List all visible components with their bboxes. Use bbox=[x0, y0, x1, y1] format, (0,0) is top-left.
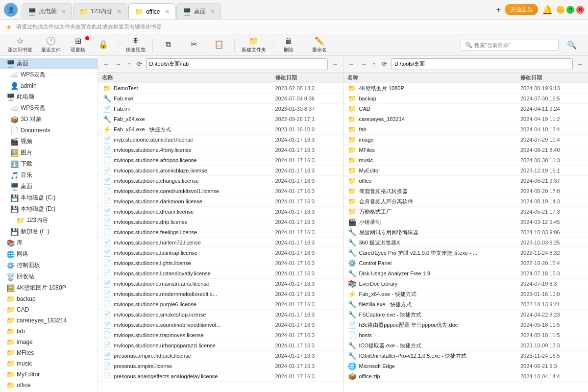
vip-button[interactable]: 开通会员 bbox=[505, 4, 538, 15]
sidebar-item-local-d[interactable]: 💾本地磁盘 (D:) bbox=[0, 203, 98, 215]
right-file-row[interactable]: 📁简鹿音频格式转换器2024-08-20 17:0 bbox=[343, 186, 588, 196]
left-back-button[interactable]: ← bbox=[101, 59, 111, 69]
left-file-row[interactable]: 📄mvloops.studioone.lights.license2024-01… bbox=[98, 258, 343, 269]
user-avatar[interactable]: 👤 bbox=[4, 3, 18, 17]
sidebar-item-video[interactable]: 🎬视频 bbox=[0, 136, 98, 147]
sidebar-item-pictures[interactable]: 🖼️图片 bbox=[0, 147, 98, 158]
cut-button[interactable]: ✂ bbox=[181, 39, 206, 51]
dual-pane-button[interactable]: ⊞ 双窗格 bbox=[66, 35, 90, 54]
sidebar-item-wallpaper[interactable]: 🖼️4K壁纸图片 1080P bbox=[0, 282, 98, 294]
sidebar-item-network[interactable]: 🌐网络 bbox=[0, 248, 98, 260]
sidebar-item-office[interactable]: 📁office bbox=[0, 380, 98, 391]
tab-close-tab1[interactable]: ✕ bbox=[62, 9, 66, 14]
sidebar-item-local-c[interactable]: 💾本地磁盘 (C:) bbox=[0, 192, 98, 203]
right-file-row[interactable]: 🔧易游网讯专用网络编辑器2024-10-03 9:06 bbox=[343, 227, 588, 238]
lock-button[interactable]: 🔒 bbox=[91, 39, 116, 51]
right-file-row[interactable]: 🔧ICO提取器.exe - 快捷方式2023-10-09 13:3 bbox=[343, 341, 588, 351]
right-file-row[interactable]: ⚙️Control Panel2022-10-20 15:4 bbox=[343, 258, 588, 269]
left-file-row[interactable]: ⚡Fab_x64.exe - 快捷方式2023-01-16 10:0 bbox=[98, 124, 343, 135]
left-file-row[interactable]: 🔧Fab.exe2024-07-04 8:36 bbox=[98, 94, 343, 104]
quick-preview-button[interactable]: 👁 快速预览 bbox=[122, 36, 149, 54]
right-refresh-button[interactable]: ⟳ bbox=[380, 59, 389, 69]
right-file-row[interactable]: 📁MFiles2024-08-21 8:40 bbox=[343, 145, 588, 155]
rename-button[interactable]: ✏️ 重命名 bbox=[307, 35, 332, 54]
sidebar-item-backup[interactable]: 📁backup bbox=[0, 294, 98, 304]
left-file-row[interactable]: 📄mvloops.studioone.drip.license2024-01-1… bbox=[98, 217, 343, 227]
sidebar-item-myeditor[interactable]: 📁MyEditor bbox=[0, 369, 98, 380]
right-file-row[interactable]: 📁万能格式工厂2024-05-21 17:3 bbox=[343, 207, 588, 217]
sidebar-item-this-pc[interactable]: 🖥️此电脑 bbox=[0, 91, 98, 102]
sidebar-item-cad[interactable]: 📁CAD bbox=[0, 304, 98, 315]
right-file-row[interactable]: 📁fab2024-04-10 13:4 bbox=[343, 124, 588, 135]
left-forward-button[interactable]: → bbox=[113, 59, 123, 69]
tab-tab1[interactable]: 🖥️此电脑✕ bbox=[22, 3, 72, 19]
right-file-row[interactable]: 📁music2024-08-30 11:3 bbox=[343, 155, 588, 166]
sidebar-item-careueyes[interactable]: 📁careueyes_183214 bbox=[0, 315, 98, 326]
left-file-row[interactable]: 📄mvloops.studioone.coredrumkitsvol1.lice… bbox=[98, 186, 343, 196]
sidebar-item-download[interactable]: ⬇️下载 bbox=[0, 158, 98, 170]
right-file-row[interactable]: 📁careueyes_1832142024-04-19 11:2 bbox=[343, 114, 588, 124]
right-file-row[interactable]: 📁金舟音频人声分离软件2024-08-19 14:3 bbox=[343, 196, 588, 207]
right-file-row[interactable]: 📁CAD2024-04-11 9:24 bbox=[343, 104, 588, 114]
left-address-input[interactable] bbox=[146, 58, 328, 70]
left-file-row[interactable]: 📄mvloops.studioone.trapmoves.license2024… bbox=[98, 330, 343, 341]
maximize-button[interactable]: □ bbox=[566, 6, 574, 14]
right-file-row[interactable]: 📁image2024-07-29 10:4 bbox=[343, 135, 588, 145]
right-file-row[interactable]: 🔧CareUEyes Pro 护眼 v2.1.9.0 中文便捷版.exe - .… bbox=[343, 248, 588, 258]
right-forward-button[interactable]: → bbox=[359, 59, 369, 69]
close-button[interactable]: ✕ bbox=[576, 6, 584, 14]
sidebar-item-recycle[interactable]: 🗑️回收站 bbox=[0, 271, 98, 282]
left-file-row[interactable]: 📄mvloops.studioone.4forty.license2024-01… bbox=[98, 145, 343, 155]
sidebar-item-image[interactable]: 📁image bbox=[0, 337, 98, 347]
right-file-row[interactable]: 📁backup2024-07-30 15:5 bbox=[343, 94, 588, 104]
right-file-row[interactable]: 📦office.zip2024-10-04 14:4 bbox=[343, 371, 588, 382]
left-file-row[interactable]: 📄mvloops.studioone.soundmobliveeditionvo… bbox=[98, 320, 343, 330]
left-file-row[interactable]: 📄mvloops.studioone.mainstreams.license20… bbox=[98, 279, 343, 289]
sidebar-item-123content[interactable]: 📁123内容 bbox=[0, 215, 98, 226]
sidebar-item-local-e[interactable]: 💾新加卷 (E:) bbox=[0, 226, 98, 237]
minimize-button[interactable]: — bbox=[557, 6, 564, 14]
sidebar-item-music[interactable]: 🎵音乐 bbox=[0, 170, 98, 181]
tab-tab4[interactable]: 🖥️桌面✕ bbox=[176, 3, 221, 19]
bell-icon[interactable]: 🔔 bbox=[542, 4, 553, 15]
copy-button[interactable]: ⧉ bbox=[156, 39, 180, 51]
right-up-button[interactable]: ↑ bbox=[371, 59, 378, 69]
tab-tab3[interactable]: 📁office✕ bbox=[128, 3, 175, 19]
right-file-row[interactable]: 🔧FSCapture.exe - 快捷方式2024-04-22 8:23 bbox=[343, 310, 588, 320]
right-file-row[interactable]: 🔧filezilla.exe - 快捷方式2022-10-13 9:21 bbox=[343, 299, 588, 310]
left-file-row[interactable]: 📄mvloops.studioone.smokeshop.license2024… bbox=[98, 310, 343, 320]
left-file-row[interactable]: 📄mvloops.studioone.lustandloyatly.licens… bbox=[98, 269, 343, 279]
left-file-row[interactable]: 📄presonus.analogeffects.analogdelay.lice… bbox=[98, 371, 343, 382]
right-file-row[interactable]: ⚡Fab_x64.exe - 快捷方式2023-01-16 10:0 bbox=[343, 289, 588, 299]
right-file-row[interactable]: 📁4K壁纸图片 1080P2024-08-19 9:13 bbox=[343, 83, 588, 94]
left-file-row[interactable]: 📄mvloops.studioone.changes.license2024-0… bbox=[98, 176, 343, 186]
tab-tab2[interactable]: 📁123内容✕ bbox=[73, 3, 127, 19]
left-file-row[interactable]: 📄mvloops.studioone.latintrap.license2024… bbox=[98, 248, 343, 258]
sidebar-item-wps-cloud[interactable]: ☁️WPS云盘 bbox=[0, 69, 98, 80]
right-file-row[interactable]: 📁MyEditor2023-12-19 15:1 bbox=[343, 166, 588, 176]
sidebar-item-control-panel[interactable]: ⚙️控制面板 bbox=[0, 260, 98, 271]
new-folder-button[interactable]: 📁 新建文件夹 bbox=[238, 35, 270, 54]
right-file-row[interactable]: 🔧IObitUninstaller-Pro-v12.1.0.5.exe - 快捷… bbox=[343, 351, 588, 361]
left-file-row[interactable]: 📄mvloops.studioone.afropop.license2024-0… bbox=[98, 155, 343, 166]
left-file-row[interactable]: 📄mvloops.studioone.harlem72.license2024-… bbox=[98, 238, 343, 248]
right-back-button[interactable]: ← bbox=[346, 59, 357, 69]
right-file-row[interactable]: 📚EverDoc Library2024-07-19 8:3 bbox=[343, 279, 588, 289]
add-bookmark-button[interactable]: ☆ 添加到书签 bbox=[4, 35, 36, 54]
left-file-row[interactable]: 🔧Fab_x64.exe2022-09-26 17:1 bbox=[98, 114, 343, 124]
search-input[interactable] bbox=[474, 42, 554, 48]
left-file-row[interactable]: 📄presonus.ampire.license2024-01-17 16:3 bbox=[98, 361, 343, 371]
left-file-row[interactable]: 📄mvloops.studioone.darkmoon.license2024-… bbox=[98, 196, 343, 207]
left-file-row[interactable]: 📄Fab.ini2023-01-30 8:37 bbox=[98, 104, 343, 114]
sidebar-item-mfiles[interactable]: 📁MFiles bbox=[0, 347, 98, 358]
right-address-input[interactable] bbox=[391, 58, 573, 70]
delete-button[interactable]: 🗑 删除 bbox=[276, 36, 301, 54]
left-file-row[interactable]: 📄mvloops.studioone.atomicblaze.license20… bbox=[98, 166, 343, 176]
sidebar-item-wps-cloud2[interactable]: ☁️WPS云盘 bbox=[0, 102, 98, 114]
paste-button[interactable]: 📋 bbox=[207, 39, 231, 51]
right-file-row[interactable]: 📄hosts2024-05-18 11:5 bbox=[343, 330, 588, 341]
right-file-row[interactable]: 📁office2024-08-21 9:37 bbox=[343, 176, 588, 186]
left-go-button[interactable]: → bbox=[330, 59, 340, 69]
left-file-row[interactable]: 📄presonus.ampire.hdpack.license2024-01-1… bbox=[98, 351, 343, 361]
sidebar-item-3d-objects[interactable]: 📦3D 对象 bbox=[0, 114, 98, 125]
